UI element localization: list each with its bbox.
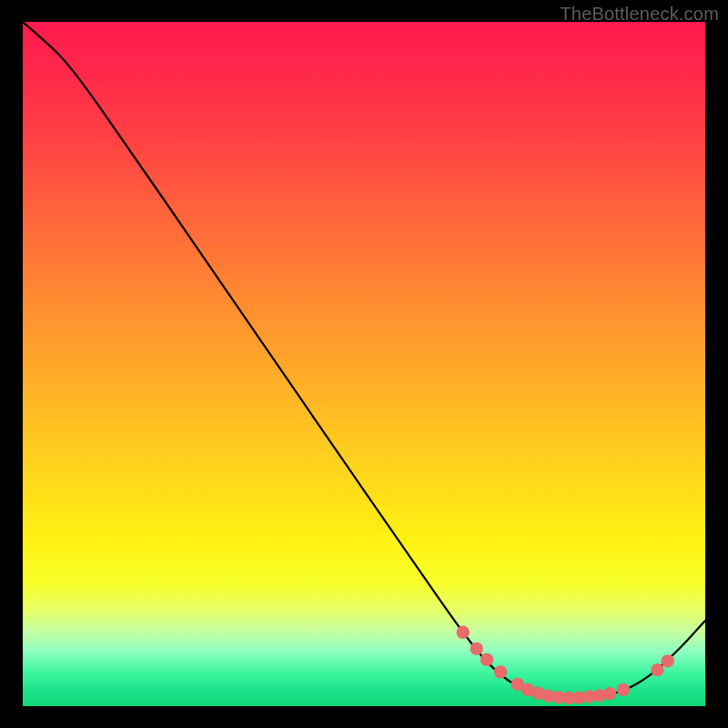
highlight-dot <box>603 687 616 700</box>
watermark-text: TheBottleneck.com <box>560 4 719 25</box>
highlight-dot <box>494 665 507 678</box>
highlight-dot <box>662 654 674 667</box>
highlight-dot <box>470 642 483 655</box>
highlight-dot <box>457 626 470 639</box>
highlight-dots <box>457 626 674 705</box>
chart-svg <box>23 22 705 706</box>
highlight-dot <box>651 663 663 676</box>
highlight-dot <box>617 683 630 696</box>
bottleneck-curve <box>23 22 705 698</box>
chart-area <box>23 22 705 706</box>
highlight-dot <box>480 653 493 666</box>
